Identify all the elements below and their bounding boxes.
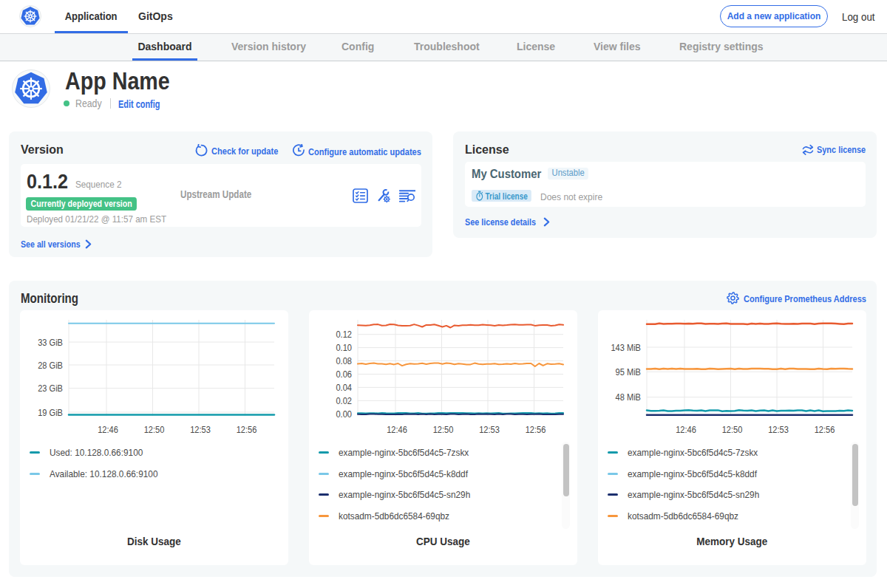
svg-text:12:46: 12:46 (387, 425, 407, 435)
svg-text:12:53: 12:53 (479, 425, 500, 435)
svg-text:48 MiB: 48 MiB (616, 392, 642, 403)
svg-text:12:53: 12:53 (190, 425, 211, 435)
svg-text:19 GiB: 19 GiB (38, 408, 63, 418)
svg-text:0.00: 0.00 (336, 409, 352, 420)
svg-text:12:56: 12:56 (237, 425, 257, 435)
svg-text:0.02: 0.02 (336, 396, 352, 406)
svg-text:33 GiB: 33 GiB (38, 338, 63, 348)
svg-text:0.06: 0.06 (336, 369, 352, 380)
svg-text:12:46: 12:46 (98, 425, 118, 435)
svg-text:12:50: 12:50 (433, 425, 454, 435)
svg-text:12:56: 12:56 (526, 425, 546, 435)
svg-text:143 MiB: 143 MiB (611, 343, 641, 353)
svg-text:95 MiB: 95 MiB (616, 367, 642, 377)
svg-text:0.04: 0.04 (336, 383, 352, 393)
svg-text:23 GiB: 23 GiB (38, 383, 63, 394)
svg-text:28 GiB: 28 GiB (38, 360, 63, 371)
svg-text:12:53: 12:53 (768, 425, 789, 435)
svg-text:12:46: 12:46 (676, 425, 696, 435)
svg-text:0.10: 0.10 (336, 343, 352, 353)
svg-text:12:50: 12:50 (144, 425, 165, 435)
svg-text:12:56: 12:56 (815, 425, 835, 435)
svg-text:12:50: 12:50 (722, 425, 743, 435)
svg-text:0.08: 0.08 (336, 356, 352, 366)
svg-text:0.12: 0.12 (336, 329, 352, 340)
